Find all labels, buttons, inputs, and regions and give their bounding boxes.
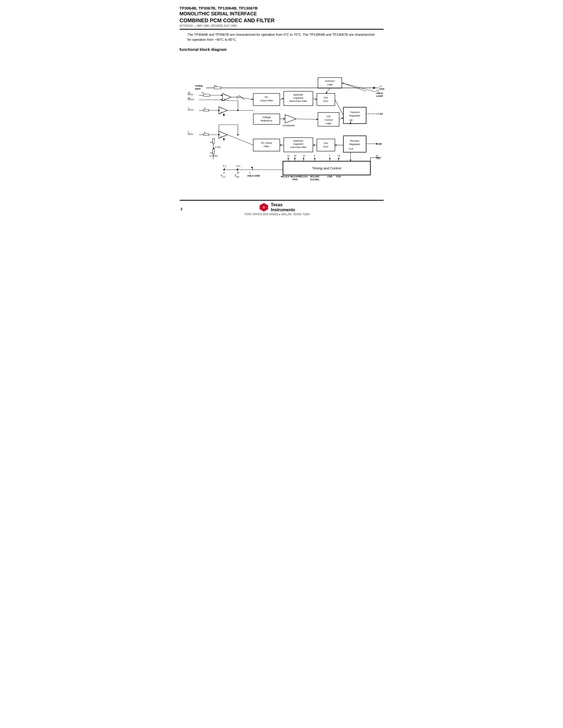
junction-vpo-minus [218, 134, 219, 135]
header-doc-info: SCTS031D — MAY 1990 –REVISED JULY 1996 [180, 24, 384, 27]
junction-vpo-plus [218, 110, 219, 111]
svg-text:+: + [224, 98, 225, 101]
r2-label: R2 [214, 84, 217, 87]
r-bot-resistor [203, 134, 209, 136]
pin13-line-label: 13 [376, 113, 379, 115]
svg-text:S/H: S/H [324, 96, 328, 99]
pin8-line-label: 8 [376, 143, 378, 145]
svg-text:Filter: Filter [263, 145, 269, 148]
svg-text:ti: ti [263, 205, 265, 209]
svg-text:Regulator: Regulator [349, 143, 360, 146]
pin6-label: 6 [223, 171, 225, 174]
pin19-label: 19 [187, 97, 190, 99]
svg-text:Voltage: Voltage [262, 116, 271, 119]
gsx-label: GSX [380, 88, 385, 90]
header-sub2: COMBINED PCM CODEC AND FILTER [180, 17, 384, 24]
svg-text:Active Filter: Active Filter [260, 99, 273, 102]
pin20-label: 20 [236, 171, 239, 174]
svg-line-73 [342, 83, 376, 92]
svg-text:CLK: CLK [349, 147, 354, 150]
svg-text:S/H: S/H [324, 142, 328, 145]
pin18-label: 18 [187, 91, 190, 94]
svg-text:Switched-: Switched- [293, 140, 304, 142]
r1-label: R1 [202, 92, 204, 94]
bclkr-clksel-label: BCLKR/ [310, 175, 319, 178]
svg-line-61 [339, 118, 343, 119]
svg-text:Transmit: Transmit [350, 111, 360, 114]
footer-address: POST OFFICE BOX 655303 ● DALLAS, TEXAS 7… [245, 213, 310, 216]
svg-text:Capacitor: Capacitor [293, 97, 304, 99]
footer-company-name: Texas Instruments [271, 202, 295, 212]
body-text: The TP3064B and TP3067B are characterize… [187, 32, 376, 42]
svg-text:Logic: Logic [325, 122, 332, 125]
pin4-label: 4 VPI [215, 146, 221, 149]
n5v-label: −5 V [235, 165, 240, 167]
header-rule [180, 29, 384, 30]
anlg-gnd-label: ANLG GND [247, 174, 260, 177]
pin3-label: 3 [187, 131, 189, 133]
mclkr-pdn-label: MCLKR/ [290, 175, 300, 178]
svg-text:Switched-: Switched- [293, 93, 304, 96]
pin15-label: 15 [376, 154, 378, 157]
svg-text:Regulator: Regulator [349, 114, 360, 117]
header-subtitle: MONOLITHIC SERIAL INTERFACE [180, 11, 384, 17]
r-top-resistor [203, 109, 209, 111]
header: TP3064B, TP3067B, TP13064B, TP13067B MON… [180, 5, 384, 27]
svg-text:Comparator: Comparator [283, 124, 295, 127]
svg-text:DAC: DAC [323, 145, 328, 148]
svg-text:LOOP: LOOP [376, 95, 383, 97]
rc-active-filter-top-label: RC [265, 96, 268, 98]
svg-text:DAC: DAC [323, 100, 328, 102]
svg-line-57 [313, 98, 317, 100]
anlg-loop-label: ANLG [376, 92, 383, 95]
pin11-label: 11 [287, 154, 290, 157]
fsx-label: FSX [336, 175, 341, 178]
section-heading: functional block diagram [180, 47, 384, 52]
footer-rule [180, 200, 384, 201]
svg-text:Capacitor: Capacitor [293, 143, 304, 145]
dx-label: DX [380, 113, 383, 115]
svg-text:Input: Input [195, 87, 200, 90]
svg-text:RC Active: RC Active [261, 141, 272, 144]
svg-line-46 [239, 97, 253, 100]
r-top-label: R [204, 107, 205, 109]
mclkx-label: MCLKX [281, 175, 289, 178]
functional-block-diagram: RC Active Filter Switched- Capacitor Ban… [180, 54, 386, 192]
pin7-label: 7 [329, 154, 330, 157]
vbb-sub: BB [236, 176, 239, 178]
r2-resistor [214, 87, 221, 89]
vcc-sub: CC [222, 176, 226, 178]
pin12-label: 12 [303, 154, 305, 157]
svg-text:A/D: A/D [327, 115, 331, 118]
ground-symbol-bot [223, 138, 225, 141]
svg-text:Autozero: Autozero [325, 79, 335, 82]
svg-text:−: − [220, 107, 222, 110]
pin16-label: 16 [376, 89, 379, 92]
bclkx-label: BCLKX [300, 175, 308, 178]
svg-text:+: + [220, 135, 222, 138]
svg-text:OE: OE [349, 119, 353, 122]
footer-center: ti Texas Instruments POST OFFICE BOX 655… [245, 202, 310, 216]
svg-text:Logic: Logic [327, 83, 333, 86]
pin2-label: 2 [249, 171, 250, 174]
svg-text:PDN: PDN [292, 178, 297, 181]
ground-symbol-mid [223, 114, 225, 116]
svg-point-55 [237, 134, 238, 135]
svg-text:−: − [220, 131, 222, 134]
pin5-label: 5 VFRO [209, 155, 218, 157]
pin9-label: 9 [314, 154, 315, 157]
fsr-label: FSR [328, 175, 333, 178]
svg-text:+: + [220, 111, 222, 114]
svg-text:Reference: Reference [261, 119, 272, 122]
svg-line-59 [326, 88, 330, 93]
analog-input-label: Analog [195, 84, 203, 87]
svg-text:Receive: Receive [350, 139, 359, 142]
dr-label: DR [378, 143, 382, 145]
svg-line-62 [296, 119, 318, 119]
pin1-label: 1 [187, 106, 189, 109]
diagram-svg: RC Active Filter Switched- Capacitor Ban… [180, 54, 386, 192]
header-title: TP3064B, TP3067B, TP13064B, TP13067B [180, 5, 384, 11]
pin10-label: 10 [294, 154, 297, 157]
svg-line-56 [280, 98, 284, 100]
svg-line-60 [342, 83, 366, 91]
